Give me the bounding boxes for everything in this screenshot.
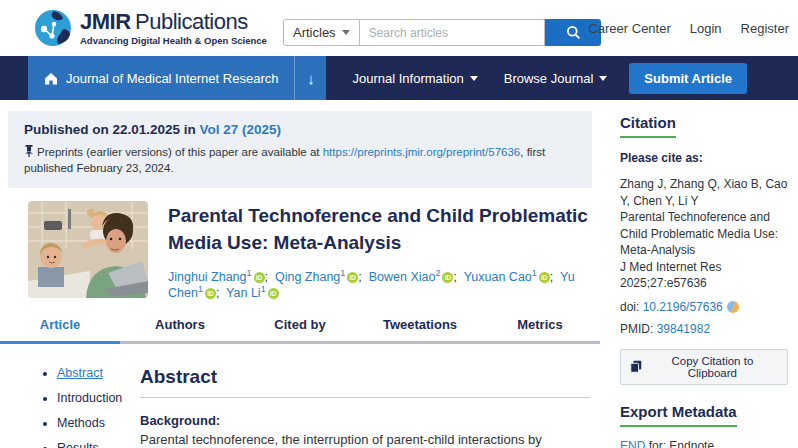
crossref-icon[interactable] — [727, 301, 739, 313]
tab-metrics[interactable]: Metrics — [480, 317, 600, 344]
author-affiliation: 2 — [435, 268, 440, 278]
orcid-icon[interactable]: iD — [442, 272, 453, 283]
brand-tagline: Advancing Digital Health & Open Science — [80, 35, 267, 46]
author-list: Jinghui Zhang1iD; Qing Zhang1iD; Bowen X… — [168, 268, 592, 300]
chevron-down-icon — [599, 76, 607, 81]
search-scope-label: Articles — [293, 25, 336, 40]
published-prefix: Published on 22.01.2025 in — [24, 122, 200, 137]
journal-switch-arrow[interactable]: ↓ — [294, 56, 326, 100]
background-label: Background: — [140, 413, 590, 428]
orcid-icon[interactable]: iD — [347, 272, 358, 283]
published-banner: Published on 22.01.2025 in Vol 27 (2025)… — [8, 111, 592, 188]
background-text: Parental technoference, the interruption… — [140, 431, 590, 448]
export-metadata-heading: Export Metadata — [620, 403, 737, 427]
toc-item-introduction[interactable]: Introduction — [57, 391, 140, 405]
volume-link[interactable]: Vol 27 (2025) — [200, 122, 282, 137]
article-header: Parental Technoference and Child Problem… — [28, 201, 592, 300]
orcid-icon[interactable]: iD — [205, 288, 216, 299]
down-arrow-icon: ↓ — [307, 70, 315, 87]
header-links: Career Center Login Register — [588, 21, 789, 36]
author-affiliation: 1 — [340, 268, 345, 278]
journal-home-tab[interactable]: Journal of Medical Internet Research — [28, 56, 294, 100]
main-content: Published on 22.01.2025 in Vol 27 (2025)… — [0, 100, 604, 448]
preprint-url-link[interactable]: https://preprints.jmir.org/preprint/5763… — [323, 146, 521, 158]
search-bar: Articles — [283, 19, 601, 46]
home-icon — [44, 72, 58, 85]
site-header: JMIR Publications Advancing Digital Heal… — [0, 0, 798, 56]
cite-as-label: Please cite as: — [620, 151, 788, 165]
article-body: AbstractIntroductionMethodsResultsDiscus… — [0, 366, 604, 448]
toc-item-results[interactable]: Results — [57, 441, 140, 448]
copy-citation-label: Copy Citation to Clipboard — [647, 355, 778, 379]
abstract-heading: Abstract — [140, 366, 590, 398]
citation-line: Parental Technoference and Child Problem… — [620, 209, 788, 259]
career-center-link[interactable]: Career Center — [588, 21, 670, 36]
toc-link[interactable]: Abstract — [57, 366, 103, 380]
orcid-icon[interactable]: iD — [268, 288, 279, 299]
search-input[interactable] — [360, 19, 545, 46]
citation-heading: Citation — [620, 114, 676, 138]
browse-journal-menu[interactable]: Browse Journal — [504, 56, 608, 100]
export-end-link[interactable]: END — [620, 439, 645, 448]
toc-item-methods[interactable]: Methods — [57, 416, 140, 430]
table-of-contents: AbstractIntroductionMethodsResultsDiscus… — [0, 366, 140, 448]
author-link[interactable]: Yan Li — [226, 286, 261, 300]
author-affiliation: 1 — [261, 284, 266, 294]
abstract-section: Abstract Background: Parental technofere… — [140, 366, 604, 448]
export-format-row: END for: Endnote — [620, 438, 788, 448]
browse-journal-label: Browse Journal — [504, 71, 594, 86]
search-scope-dropdown[interactable]: Articles — [283, 19, 360, 46]
doi-link[interactable]: 10.2196/57636 — [643, 300, 723, 314]
journal-home-label: Journal of Medical Internet Research — [66, 71, 278, 86]
author-link[interactable]: Yuxuan Cao — [464, 270, 532, 284]
doi-label: doi: — [620, 300, 643, 314]
pin-icon — [24, 145, 34, 157]
tab-cited-by[interactable]: Cited by — [240, 317, 360, 344]
search-icon — [566, 25, 581, 40]
author-affiliation: 1 — [198, 284, 203, 294]
toc-item-abstract[interactable]: Abstract — [57, 366, 140, 380]
article-thumbnail-image — [28, 201, 148, 298]
brand-name: JMIR — [80, 9, 131, 34]
author-affiliation: 1 — [247, 268, 252, 278]
brand-suffix: Publications — [135, 9, 248, 34]
pmid-link[interactable]: 39841982 — [657, 322, 710, 336]
author-link[interactable]: Bowen Xiao — [369, 270, 436, 284]
tab-article[interactable]: Article — [0, 317, 120, 344]
preprint-note: Preprints (earlier versions) of this pap… — [24, 144, 576, 176]
pmid-line: PMID: 39841982 — [620, 322, 788, 336]
jmir-logo[interactable]: JMIR Publications Advancing Digital Heal… — [34, 9, 267, 47]
chevron-down-icon — [342, 30, 350, 35]
submit-article-button[interactable]: Submit Article — [629, 63, 747, 94]
toc-link[interactable]: Methods — [57, 416, 105, 430]
orcid-icon[interactable]: iD — [254, 272, 265, 283]
article-title: Parental Technoference and Child Problem… — [168, 203, 592, 257]
globe-logo-icon — [34, 9, 72, 47]
journal-navbar: Journal of Medical Internet Research ↓ J… — [0, 56, 798, 100]
journal-information-label: Journal Information — [352, 71, 463, 86]
export-format-list: END for: EndnoteBibTeX for: BibDesk, LaT… — [620, 438, 788, 448]
tab-authors[interactable]: Authors — [120, 317, 240, 344]
citation-line: J Med Internet Res 2025;27:e57636 — [620, 259, 788, 292]
chevron-down-icon — [470, 76, 478, 81]
register-link[interactable]: Register — [741, 21, 789, 36]
article-tabs: ArticleAuthorsCited byTweetationsMetrics — [0, 317, 600, 344]
preprint-prefix: Preprints (earlier versions) of this pap… — [37, 146, 323, 158]
tab-tweetations[interactable]: Tweetations — [360, 317, 480, 344]
citation-line: Zhang J, Zhang Q, Xiao B, Cao Y, Chen Y,… — [620, 176, 788, 209]
toc-link[interactable]: Results — [57, 441, 99, 448]
copy-citation-button[interactable]: Copy Citation to Clipboard — [620, 349, 788, 385]
author-affiliation: 1 — [532, 268, 537, 278]
copy-icon — [630, 360, 642, 373]
published-line: Published on 22.01.2025 in Vol 27 (2025) — [24, 122, 576, 137]
login-link[interactable]: Login — [690, 21, 722, 36]
orcid-icon[interactable]: iD — [539, 272, 550, 283]
author-link[interactable]: Qing Zhang — [275, 270, 340, 284]
citation-sidebar: Citation Please cite as: Zhang J, Zhang … — [606, 100, 798, 448]
toc-link[interactable]: Introduction — [57, 391, 122, 405]
author-link[interactable]: Jinghui Zhang — [168, 270, 247, 284]
pmid-label: PMID: — [620, 322, 657, 336]
citation-text: Zhang J, Zhang Q, Xiao B, Cao Y, Chen Y,… — [620, 176, 788, 292]
journal-information-menu[interactable]: Journal Information — [352, 56, 477, 100]
doi-line: doi: 10.2196/57636 — [620, 300, 788, 314]
